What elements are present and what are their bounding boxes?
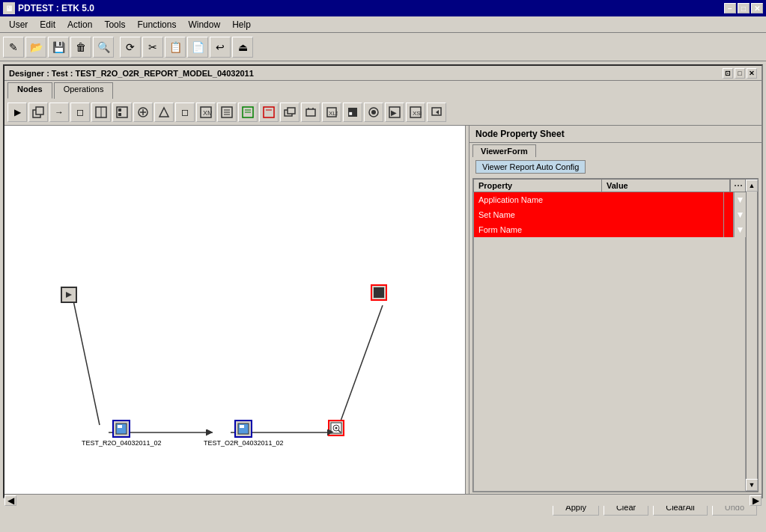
scroll-up-btn[interactable]: ▲ [746,180,758,192]
undo-button[interactable]: ↩ [210,37,231,58]
designer-tabs: Nodes Operations [4,81,762,99]
o2r-node[interactable]: TEST_O2R_04032011_02 [204,420,284,447]
prop-set-name-value[interactable] [724,207,734,222]
sub-btn-20[interactable]: XSL [406,103,425,122]
sub-btn-3[interactable]: → [49,103,69,122]
sub-toolbar: ▶ → ◻ ◻ XML [4,99,762,126]
sub-btn-9[interactable]: ◻ [175,103,195,122]
canvas-area[interactable]: TEST_R2O_04032011_02 TEST_O2R_04032011_0… [4,126,465,494]
menu-action[interactable]: Action [61,18,98,31]
app-icon: 🖥 [3,2,15,14]
designer-title-buttons: ⊡ □ ✕ [723,68,757,79]
scroll-left-btn[interactable]: ◀ [4,495,16,506]
svg-text:XSL: XSL [413,110,422,117]
menu-help[interactable]: Help [226,18,257,31]
svg-rect-6 [118,113,121,116]
r2o-node[interactable]: TEST_R2O_04032011_02 [82,420,162,447]
prop-form-name-value[interactable] [724,222,734,237]
sub-btn-4[interactable]: ◻ [70,103,90,122]
property-scrollbar: ▲ ▼ [746,179,758,492]
svg-line-42 [339,305,383,425]
scroll-right-btn[interactable]: ▶ [750,495,762,506]
sub-btn-10[interactable]: XML [196,103,216,122]
sub-btn-13[interactable] [259,103,279,122]
prop-app-name-label: Application Name [473,192,724,207]
prop-row1-scroll[interactable]: ▼ [734,192,746,207]
save-button[interactable]: 💾 [48,37,69,58]
designer-maximize-btn[interactable]: □ [735,68,745,79]
svg-marker-38 [436,110,439,114]
scroll-down-btn[interactable]: ▼ [746,479,758,491]
tab-operations[interactable]: Operations [54,82,114,99]
svg-line-39 [73,301,100,425]
menu-functions[interactable]: Functions [131,18,182,31]
sub-btn-21[interactable] [427,103,446,122]
title-bar: 🖥 PDTEST : ETK 5.0 − □ ✕ [0,0,766,16]
delete-button[interactable]: 🗑 [70,37,91,58]
property-table: Property Value ⋯ Application Name ▼ Set … [473,179,746,492]
close-button[interactable]: ✕ [751,3,763,13]
sub-btn-16[interactable]: XLS [322,103,341,122]
copy-button[interactable]: 📋 [165,37,186,58]
sub-btn-15[interactable] [301,103,320,122]
maximize-button[interactable]: □ [738,3,750,13]
svg-rect-45 [118,425,122,428]
open-button[interactable]: 📂 [25,37,46,58]
property-col-header: Property [474,180,602,192]
find-button[interactable]: 🔍 [93,37,114,58]
menu-tools[interactable]: Tools [98,18,131,31]
cut-button[interactable]: ✂ [142,37,163,58]
sub-btn-8[interactable] [154,103,174,122]
main-toolbar: ✎ 📂 💾 🗑 🔍 ⟳ ✂ 📋 📄 ↩ ⏏ [0,33,766,61]
menu-edit[interactable]: Edit [34,18,61,31]
title-bar-controls: − □ ✕ [724,3,763,13]
sub-btn-14[interactable] [280,103,300,122]
sub-btn-7[interactable] [133,103,153,122]
svg-rect-1 [36,107,43,114]
svg-rect-20 [264,107,274,117]
tab-nodes[interactable]: Nodes [7,82,52,99]
property-row-set-name: Set Name ▼ [473,207,746,222]
sub-btn-11[interactable] [217,103,237,122]
new-button[interactable]: ✎ [3,37,24,58]
menu-window[interactable]: Window [182,18,226,31]
menu-user[interactable]: User [3,18,34,31]
table-menu-btn[interactable]: ⋯ [730,180,745,192]
prop-row3-scroll[interactable]: ▼ [734,222,746,237]
svg-rect-37 [432,108,441,115]
svg-rect-23 [288,108,295,114]
sub-btn-6[interactable] [112,103,132,122]
sub-btn-2[interactable] [28,103,48,122]
sub-btn-19[interactable]: ▶ [385,103,404,122]
sub-btn-18[interactable] [364,103,383,122]
sub-btn-5[interactable] [91,103,111,122]
viewer-report-auto-config-tab[interactable]: Viewer Report Auto Config [475,160,586,174]
designer-close-btn[interactable]: ✕ [747,68,757,79]
value-col-header: Value [602,180,730,192]
property-table-wrapper: Property Value ⋯ Application Name ▼ Set … [472,178,759,492]
svg-marker-43 [66,292,72,298]
paste-button[interactable]: 📄 [187,37,208,58]
end-node[interactable] [371,284,387,301]
designer-panel: Designer : Test : TEST_R2O_O2R_REPORT_MO… [3,64,763,498]
prop-app-name-value[interactable] [724,192,734,207]
svg-text:XML: XML [203,109,212,117]
svg-text:XLS: XLS [329,110,338,117]
property-panel: Node Property Sheet ViewerForm Viewer Re… [469,126,762,494]
prop-row2-scroll[interactable]: ▼ [734,207,746,222]
svg-marker-10 [159,108,168,117]
exit-button[interactable]: ⏏ [232,37,253,58]
minimize-button[interactable]: − [724,3,736,13]
svg-text:▶: ▶ [391,108,397,117]
designer-restore-btn[interactable]: ⊡ [723,68,733,79]
sub-btn-run[interactable]: ▶ [7,103,27,122]
viewer-form-tab-row: ViewerForm [469,143,762,157]
title-bar-left: 🖥 PDTEST : ETK 5.0 [3,2,94,14]
sub-btn-12[interactable] [238,103,258,122]
o2r-label: TEST_O2R_04032011_02 [204,439,284,447]
viewer-form-tab-btn[interactable]: ViewerForm [472,144,536,157]
sub-btn-17[interactable]: ■ [343,103,362,122]
start-node[interactable] [61,287,77,303]
horizontal-scrollbar: ◀ ▶ [4,494,762,506]
refresh-button[interactable]: ⟳ [120,37,141,58]
